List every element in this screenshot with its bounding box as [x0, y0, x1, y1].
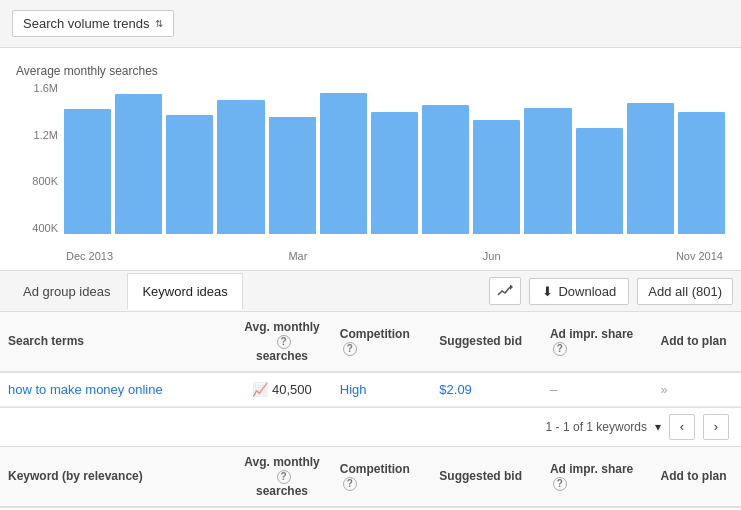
- tab-ad-group-ideas[interactable]: Ad group ideas: [8, 273, 125, 309]
- col-add-to-plan: Add to plan: [653, 312, 742, 372]
- y-tick-2: 1.2M: [34, 129, 58, 141]
- help-icon-comp1[interactable]: ?: [343, 342, 357, 356]
- chart-area: Average monthly searches 1.6M 1.2M 800K …: [0, 48, 741, 270]
- bar-5: [269, 117, 316, 234]
- toolbar-right: ⬇ Download Add all (801): [489, 277, 733, 305]
- x-label-mar: Mar: [288, 250, 307, 262]
- trend-mini-icon[interactable]: 📈: [252, 382, 268, 397]
- keyword-row-1: ways to make money online 📈 14,800 High …: [0, 507, 741, 510]
- keyword-add-cell: »: [653, 507, 742, 510]
- download-button[interactable]: ⬇ Download: [529, 278, 629, 305]
- help-icon-impr1[interactable]: ?: [553, 342, 567, 356]
- tab-keyword-ideas[interactable]: Keyword ideas: [127, 273, 242, 310]
- add-chevron[interactable]: »: [661, 382, 668, 397]
- y-tick-1: 1.6M: [34, 82, 58, 94]
- y-axis: 1.6M 1.2M 800K 400K: [16, 82, 58, 234]
- help-icon-comp2[interactable]: ?: [343, 477, 357, 491]
- x-axis: Dec 2013 Mar Jun Nov 2014: [64, 250, 725, 262]
- bar-7: [371, 112, 418, 234]
- col-competition-ki: Competition ?: [332, 447, 432, 507]
- bar-11: [576, 128, 623, 234]
- monthly-cell: 📈 40,500: [232, 372, 332, 407]
- col-add-to-plan-ki: Add to plan: [653, 447, 742, 507]
- search-term-row-1: how to make money online 📈 40,500 High $…: [0, 372, 741, 407]
- dropdown-label: Search volume trends: [23, 16, 149, 31]
- term-link[interactable]: how to make money online: [8, 382, 163, 397]
- pagination-bar: 1 - 1 of 1 keywords ▾ ‹ ›: [0, 408, 741, 447]
- add-all-button[interactable]: Add all (801): [637, 278, 733, 305]
- pagination-dropdown[interactable]: ▾: [655, 420, 661, 434]
- help-icon-monthly1[interactable]: ?: [277, 335, 291, 349]
- col-ad-impr: Ad impr. share ?: [542, 312, 653, 372]
- download-label: Download: [558, 284, 616, 299]
- keyword-impr-cell: –: [542, 507, 653, 510]
- bar-4: [217, 100, 264, 234]
- trend-chart-button[interactable]: [489, 277, 521, 305]
- y-tick-4: 400K: [32, 222, 58, 234]
- col-keyword-relevance: Keyword (by relevance): [0, 447, 232, 507]
- col-ad-impr-ki: Ad impr. share ?: [542, 447, 653, 507]
- col-competition: Competition ?: [332, 312, 432, 372]
- term-cell: how to make money online: [0, 372, 232, 407]
- search-terms-section: Search terms Avg. monthly ? searches Com…: [0, 312, 741, 408]
- bar-1: [64, 109, 111, 234]
- bar-3: [166, 115, 213, 234]
- col-suggested-bid-ki: Suggested bid: [431, 447, 542, 507]
- bid-value: $2.09: [439, 382, 472, 397]
- x-label-nov2014: Nov 2014: [676, 250, 723, 262]
- y-tick-3: 800K: [32, 175, 58, 187]
- search-volume-trends-dropdown[interactable]: Search volume trends ⇅: [12, 10, 174, 37]
- keyword-monthly-cell: 📈 14,800: [232, 507, 332, 510]
- impr-cell: –: [542, 372, 653, 407]
- x-label-jun: Jun: [483, 250, 501, 262]
- add-cell: »: [653, 372, 742, 407]
- bar-10: [524, 108, 571, 234]
- col-avg-monthly: Avg. monthly ? searches: [232, 312, 332, 372]
- chart-y-axis-label: Average monthly searches: [16, 64, 725, 78]
- tabs-bar: Ad group ideas Keyword ideas ⬇ Download …: [0, 270, 741, 312]
- keyword-term-cell: ways to make money online: [0, 507, 232, 510]
- competition-value: High: [340, 382, 367, 397]
- search-terms-header-row: Search terms Avg. monthly ? searches Com…: [0, 312, 741, 372]
- bar-chart: 1.6M 1.2M 800K 400K Dec 2013 Mar Jun Nov…: [16, 82, 725, 262]
- top-bar: Search volume trends ⇅: [0, 0, 741, 48]
- trend-icon: [497, 285, 513, 297]
- bar-12: [627, 103, 674, 234]
- competition-cell: High: [332, 372, 432, 407]
- bar-13: [678, 112, 725, 234]
- keyword-competition-cell: High: [332, 507, 432, 510]
- prev-page-button[interactable]: ‹: [669, 414, 695, 440]
- keyword-ideas-header-row: Keyword (by relevance) Avg. monthly ? se…: [0, 447, 741, 507]
- help-icon-impr2[interactable]: ?: [553, 477, 567, 491]
- col-search-terms: Search terms: [0, 312, 232, 372]
- x-label-dec2013: Dec 2013: [66, 250, 113, 262]
- bar-6: [320, 93, 367, 234]
- bars-container: [64, 82, 725, 234]
- keyword-ideas-table: Keyword (by relevance) Avg. monthly ? se…: [0, 447, 741, 510]
- bar-9: [473, 120, 520, 234]
- add-all-label: Add all (801): [648, 284, 722, 299]
- keyword-ideas-section: Keyword (by relevance) Avg. monthly ? se…: [0, 447, 741, 510]
- bar-8: [422, 105, 469, 234]
- search-terms-table: Search terms Avg. monthly ? searches Com…: [0, 312, 741, 407]
- keyword-bid-cell: $1.71: [431, 507, 542, 510]
- bar-2: [115, 94, 162, 234]
- download-icon: ⬇: [542, 284, 553, 299]
- next-page-button[interactable]: ›: [703, 414, 729, 440]
- dropdown-arrow: ⇅: [155, 18, 163, 29]
- monthly-value: 40,500: [272, 382, 312, 397]
- bid-cell: $2.09: [431, 372, 542, 407]
- help-icon-monthly2[interactable]: ?: [277, 470, 291, 484]
- pagination-text: 1 - 1 of 1 keywords: [546, 420, 647, 434]
- col-avg-monthly-ki: Avg. monthly ? searches: [232, 447, 332, 507]
- impr-value: –: [550, 382, 557, 397]
- col-suggested-bid: Suggested bid: [431, 312, 542, 372]
- pag-dropdown-arrow: ▾: [655, 420, 661, 434]
